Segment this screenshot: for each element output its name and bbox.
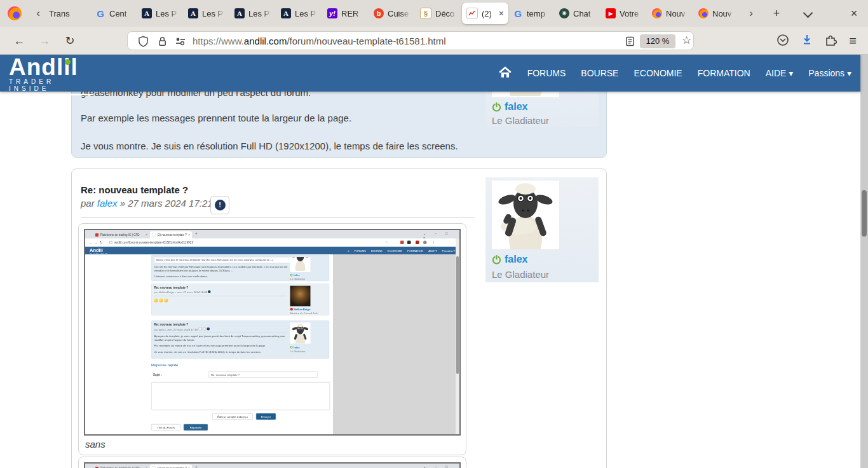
tab-close-icon[interactable]: × [499,8,504,18]
browser-tab[interactable]: § Déco [416,3,462,24]
nested-laughing-emojis [154,298,170,304]
scroll-tabs-right-button[interactable]: › [745,5,757,22]
forward-button[interactable]: → [37,33,52,48]
reload-button[interactable]: ↻ [62,33,78,48]
avatar[interactable] [492,181,559,249]
dark-a-favicon: A [188,8,198,18]
nested-edit-icon [198,327,201,331]
site-logo[interactable]: Andlil TRADER INSIDE [9,56,93,95]
page-scrollbar[interactable] [860,55,868,468]
browser-tab[interactable]: G Cent [91,3,137,24]
report-post-button[interactable]: ! [210,196,229,214]
scroll-tabs-left-button[interactable]: ‹ [32,5,44,22]
bookmark-star-icon[interactable]: ☆ [682,34,691,47]
chatgpt-favicon: ✳ [559,8,569,18]
browser-tab-active[interactable]: (2) × [462,3,508,24]
url-bar[interactable]: https://www.andlil.com/forum/nouveau-tem… [127,31,694,50]
nav-item-formation[interactable]: FORMATION [698,68,750,78]
nested-star-icon: ☆ [385,240,388,245]
yahoo-favicon: y! [327,8,337,18]
nested-post-text: Ceci dit les technos initié par Netscape… [154,265,288,272]
nested-back-to-forum-button: ‹ Vie du Forum [151,424,180,430]
browser-tab[interactable]: ✳ Chat [555,3,601,24]
nested-window-controls: ⌄ − □ × [423,465,459,468]
image-caption: sans [85,439,461,450]
nested-url-text: andlil.com/forum/nouveau-template-t61581… [114,240,193,244]
nav-item-bourse[interactable]: BOURSE [581,68,618,78]
forum-post-card: Re: nouveau template ? par falex » 27 ma… [71,169,607,468]
post-byline: par falex » 27 mars 2024 17:21 [81,198,213,209]
back-button[interactable]: ← [11,33,27,48]
nested-site-nav: ⌂ FORUMS BOURSE ECONOMIE FORMATION AIDE … [348,247,455,254]
shield-icon[interactable] [138,36,149,50]
nested-tab-title: Plateforme de trading IG | CFD [100,233,144,237]
exclamation-icon: ! [215,200,226,210]
browser-tab[interactable]: A Les P [276,3,323,24]
extensions-puzzle-icon[interactable] [824,34,837,49]
tab-title: Les P [248,9,272,18]
nav-item-aide[interactable]: AIDE ▾ [766,68,794,78]
browser-tab[interactable]: A Les P [230,3,276,24]
author-link[interactable]: falex [97,198,118,209]
screenshot-image-1[interactable]: Plateforme de trading IG | CFD × (2) nou… [84,229,461,436]
nested-scrollbar-thumb [456,256,459,374]
nav-item-forums[interactable]: FORUMS [527,68,566,78]
nested-red-favicon [95,233,98,237]
author-link[interactable]: falex [505,254,527,265]
boursorama-favicon: b [374,8,384,18]
menu-hamburger-icon[interactable]: ≡ [845,33,860,48]
nested-extension-icon [400,241,404,245]
lock-icon[interactable] [157,36,168,50]
browser-tab[interactable]: y! RER [323,3,369,24]
firefox-logo-icon [8,6,22,20]
browser-tab[interactable]: b Cuise [369,3,416,24]
browser-tab[interactable]: Trans [44,3,91,24]
list-all-tabs-icon[interactable] [803,8,813,18]
permissions-icon[interactable] [175,36,186,50]
site-header: Andlil TRADER INSIDE FORUMS BOURSE ECONO… [0,55,860,92]
tab-title: Les P [156,9,179,18]
new-tab-button[interactable]: + [769,6,784,21]
nested-delete-icon [203,327,206,331]
attachment-box: Plateforme de trading IG | CFD × (2) nou… [78,457,466,468]
nested-post-byline: par HellionReign » mer. 27 mars 2024 16:… [154,291,211,294]
scrollbar-thumb[interactable] [862,190,867,237]
tab-title: Les P [202,9,226,18]
nested-online-icon [290,274,293,277]
nested-author-link: falex [294,273,300,277]
browser-tab[interactable]: A Les P [184,3,230,24]
nested-url-bar: ← → ↻ andlil.com/forum/nouveau-template-… [85,238,459,247]
url-domain: andlil.com [244,36,287,46]
author-link[interactable]: falex [505,101,527,113]
nested-tab-title: (2) nouveau template ? - Forum [158,233,187,237]
reader-mode-icon[interactable] [625,36,635,50]
nested-message-textarea [151,382,330,410]
download-icon[interactable] [801,34,813,49]
screenshot-image-2[interactable]: Plateforme de trading IG | CFD × (2) nou… [84,462,461,468]
browser-tab[interactable]: Nouv [694,3,740,24]
browser-tab[interactable]: A Les P [137,3,184,24]
url-scheme: https://www. [193,36,244,46]
nested-post-title: Re: nouveau template ? [154,286,189,290]
browser-tab[interactable]: Nouv [648,3,694,24]
home-icon[interactable] [498,66,512,81]
tab-title: Cuise [388,9,411,18]
author-profile-panel: falex Le Gladiateur [485,177,599,282]
tab-title: temp [527,9,550,18]
nested-avatar [290,286,311,306]
window-close-icon[interactable]: × [846,6,862,21]
browser-tab[interactable]: G temp [508,3,555,24]
browser-tab[interactable]: ▶ Votre [601,3,648,24]
chevron-down-icon: ▾ [789,68,793,78]
logo-text: Andlil [9,55,78,80]
post-title: Re: nouveau template ? [81,184,188,195]
nested-divider [154,333,287,333]
logo-tagline: TRADER INSIDE [9,78,93,95]
zoom-level-badge[interactable]: 120 % [640,34,675,48]
nav-item-passions[interactable]: Passions ▾ [808,68,851,78]
pocket-icon[interactable] [776,34,789,49]
nav-item-economie[interactable]: ECONOMIE [634,68,682,78]
nested-profile-icon [423,241,427,245]
nested-nav-item: ECONOMIE [388,249,402,252]
nested-avatar [290,323,311,344]
